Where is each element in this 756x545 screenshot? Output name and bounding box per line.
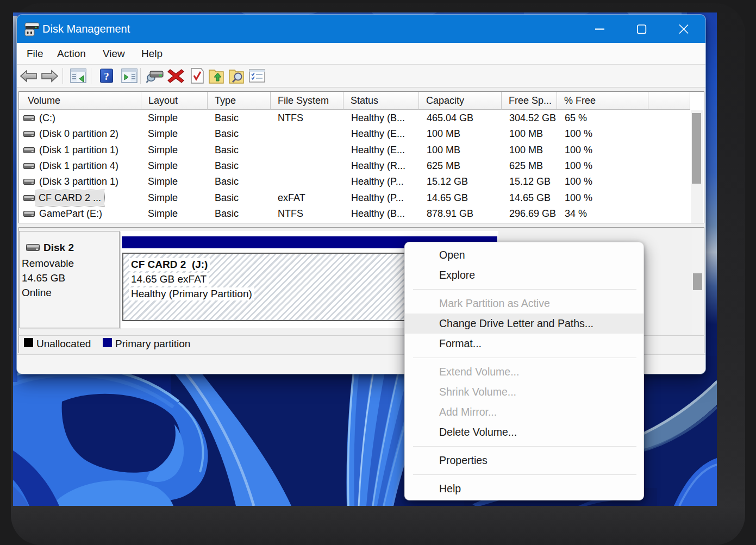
svg-text:?: ? <box>104 71 109 82</box>
